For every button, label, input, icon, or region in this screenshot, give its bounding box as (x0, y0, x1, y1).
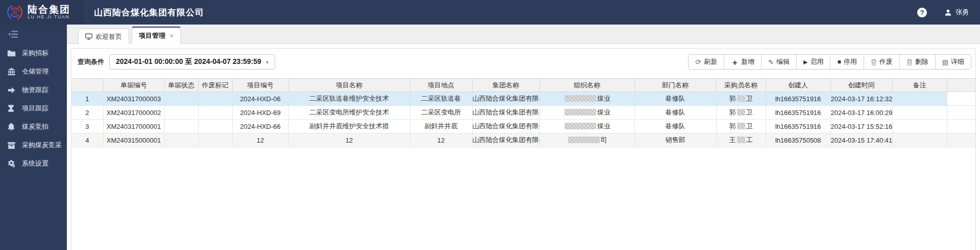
table-cell[interactable] (892, 92, 947, 106)
table-cell[interactable]: 巷修队 (634, 92, 716, 106)
sidebar-item-procurement-bidding[interactable]: 采购招标 (0, 44, 67, 62)
table-cell[interactable]: 司 (540, 133, 634, 147)
table-cell[interactable]: 山西陆合煤化集团有限公司 (472, 92, 540, 106)
table-cell[interactable]: XM240317000003 (103, 92, 164, 106)
sidebar-item-system-settings[interactable]: 系统设置 (0, 154, 67, 173)
column-header-org-name[interactable]: 组织名称 (540, 79, 634, 92)
row-index[interactable]: 3 (71, 120, 103, 133)
detail-button[interactable]: ▤ 详细 (935, 55, 971, 69)
table-cell[interactable]: 山西陆合煤化集团有限公司 (472, 120, 540, 133)
table-cell[interactable]: 2024-03-15 17:40:41 (830, 133, 892, 147)
close-icon[interactable]: × (169, 32, 174, 40)
tab-project-management[interactable]: 项目管理 × (132, 27, 181, 44)
table-cell[interactable]: lh16635751916 (766, 92, 830, 106)
table-cell[interactable]: 2024-HXD-06 (232, 92, 288, 106)
table-cell[interactable]: 2024-03-17 16:12:32 (830, 92, 892, 106)
column-header-project-location[interactable]: 项目地点 (410, 79, 472, 92)
date-range-dropdown[interactable]: 2024-01-01 00:00:00 至 2024-04-07 23:59:5… (109, 54, 275, 70)
sidebar-item-material-tracking[interactable]: 物资跟踪 (0, 81, 67, 99)
table-cell[interactable]: 2024-03-17 16:00:29 (830, 106, 892, 120)
table-cell[interactable]: lh16635750508 (766, 133, 830, 147)
column-header-void-flag[interactable]: 作废标记 (198, 79, 232, 92)
table-cell[interactable]: 2024-HXD-66 (232, 120, 288, 133)
row-index[interactable]: 1 (71, 92, 103, 106)
column-header-project-name[interactable]: 项目名称 (288, 79, 410, 92)
table-cell[interactable] (892, 106, 947, 120)
table-cell[interactable]: lh16635751916 (766, 106, 830, 120)
row-index[interactable]: 4 (71, 133, 103, 147)
table-cell[interactable]: 副斜井井底 (410, 120, 472, 133)
column-header-group-name[interactable]: 集团名称 (472, 79, 540, 92)
tab-welcome[interactable]: 欢迎首页 (78, 29, 129, 44)
table-cell[interactable] (198, 133, 232, 147)
table-row[interactable]: 4XM240315000001121212山西陆合煤化集团有限公司司销售部王工l… (71, 133, 975, 147)
add-button[interactable]: ＋ 新增 (724, 55, 761, 69)
column-header-index[interactable] (71, 79, 103, 92)
table-cell[interactable]: 12 (288, 133, 410, 147)
query-toolbar: 查询条件 2024-01-01 00:00:00 至 2024-04-07 23… (71, 49, 975, 78)
table-cell[interactable] (164, 92, 198, 106)
table-cell[interactable] (164, 106, 198, 120)
table-cell[interactable] (198, 120, 232, 133)
table-cell[interactable] (164, 133, 198, 147)
table-cell[interactable] (198, 92, 232, 106)
sidebar-item-warehouse[interactable]: 仓储管理 (0, 62, 67, 81)
table-row[interactable]: 1XM2403170000032024-HXD-06二采区轨道巷维护安全技术二采… (71, 92, 975, 106)
stop-icon: ■ (837, 58, 841, 65)
row-index[interactable]: 2 (71, 106, 103, 120)
table-cell[interactable]: 山西陆合煤化集团有限公司 (472, 106, 540, 120)
table-cell[interactable] (892, 133, 947, 147)
table-cell[interactable]: 煤业 (540, 120, 634, 133)
table-cell[interactable]: 煤业 (540, 106, 634, 120)
column-header-doc-status[interactable]: 单据状态 (164, 79, 198, 92)
help-button[interactable]: ? (917, 8, 927, 17)
sidebar-item-coal-auction[interactable]: 煤炭竞拍 (0, 118, 67, 136)
table-cell[interactable]: XM240317000001 (103, 120, 164, 133)
table-cell[interactable]: 煤业 (540, 92, 634, 106)
table-cell[interactable]: 副斜井井底维护安全技术措 (288, 120, 410, 133)
delete-button[interactable]: 删除 (899, 55, 935, 69)
void-button[interactable]: 作废 (864, 55, 899, 69)
table-cell[interactable]: 2024-03-17 15:52:16 (830, 120, 892, 133)
enable-button[interactable]: ▶ 启用 (796, 55, 830, 69)
top-header: 陆合集团 LU HE JI TUAN 山西陆合煤化集团有限公司 ? 张勇 (0, 0, 980, 25)
trash-icon (871, 59, 877, 65)
column-header-project-no[interactable]: 项目编号 (232, 79, 288, 92)
sidebar-collapse-button[interactable] (0, 25, 67, 44)
table-row[interactable]: 3XM2403170000012024-HXD-66副斜井井底维护安全技术措副斜… (71, 120, 975, 133)
table-cell[interactable]: 巷修队 (634, 120, 716, 133)
table-cell[interactable]: 巷修队 (634, 106, 716, 120)
table-cell[interactable]: 郭卫 (716, 92, 766, 106)
table-cell[interactable]: 二采区轨道巷 (410, 92, 472, 106)
table-cell[interactable]: 二采区变电所维护安全技术 (288, 106, 410, 120)
table-row[interactable]: 2XM2403170000022024-HXD-69二采区变电所维护安全技术二采… (71, 106, 975, 120)
table-cell[interactable]: 2024-HXD-69 (232, 106, 288, 120)
column-header-purchaser-name[interactable]: 采购员名称 (716, 79, 766, 92)
sidebar-item-project-tracking[interactable]: 项目跟踪 (0, 99, 67, 118)
column-header-remark[interactable]: 备注 (892, 79, 947, 92)
table-cell[interactable]: 郭卫 (716, 106, 766, 120)
table-cell[interactable]: XM240317000002 (103, 106, 164, 120)
table-cell[interactable]: 二采区轨道巷维护安全技术 (288, 92, 410, 106)
column-header-create-time[interactable]: 创建时间 (830, 79, 892, 92)
table-cell[interactable]: 王工 (716, 133, 766, 147)
column-header-creator[interactable]: 创建人 (766, 79, 830, 92)
table-cell[interactable]: 山西陆合煤化集团有限公司 (472, 133, 540, 147)
table-cell[interactable]: 12 (410, 133, 472, 147)
table-cell[interactable]: 12 (232, 133, 288, 147)
table-cell[interactable]: 郭卫 (716, 120, 766, 133)
table-cell[interactable]: lh16635751916 (766, 120, 830, 133)
table-cell[interactable] (164, 120, 198, 133)
disable-button[interactable]: ■ 停用 (830, 55, 863, 69)
table-cell[interactable] (892, 120, 947, 133)
refresh-button[interactable]: ⟳ 刷新 (689, 55, 724, 69)
table-cell[interactable]: 销售部 (634, 133, 716, 147)
edit-button[interactable]: ✎ 编辑 (761, 55, 796, 69)
column-header-doc-no[interactable]: 单据编号 (103, 79, 164, 92)
table-cell[interactable] (198, 106, 232, 120)
sidebar-item-coal-procurement[interactable]: 采购煤炭竞采 (0, 136, 67, 154)
table-cell[interactable]: 二采区变电所 (410, 106, 472, 120)
table-cell[interactable]: XM240315000001 (103, 133, 164, 147)
user-menu[interactable]: 张勇 (944, 8, 969, 17)
column-header-dept-name[interactable]: 部门名称 (634, 79, 716, 92)
